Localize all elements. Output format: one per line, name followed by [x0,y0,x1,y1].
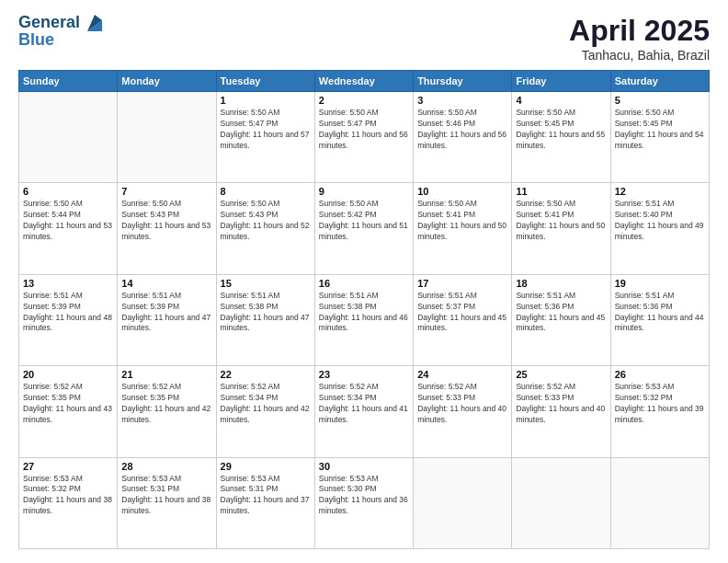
day-info-line: Sunset: 5:42 PM [319,210,409,221]
day-info-line: Sunset: 5:40 PM [615,210,705,221]
day-info-line: Sunset: 5:45 PM [516,119,606,130]
col-thursday: Thursday [414,71,512,92]
logo-blue: Blue [18,30,102,50]
day-info: Sunrise: 5:50 AMSunset: 5:43 PMDaylight:… [121,199,211,243]
calendar-week-row-5: 27Sunrise: 5:53 AMSunset: 5:32 PMDayligh… [19,457,710,548]
day-info-line: Sunrise: 5:51 AM [319,291,409,302]
day-info-line: Daylight: 11 hours and 56 minutes. [319,130,409,152]
day-number: 10 [417,186,507,197]
day-info-line: Sunset: 5:34 PM [221,393,311,404]
day-info: Sunrise: 5:53 AMSunset: 5:31 PMDaylight:… [121,474,211,518]
calendar-body: 1Sunrise: 5:50 AMSunset: 5:47 PMDaylight… [19,92,710,549]
day-info: Sunrise: 5:51 AMSunset: 5:39 PMDaylight:… [121,291,211,335]
calendar-cell: 15Sunrise: 5:51 AMSunset: 5:38 PMDayligh… [216,274,314,365]
month-title: April 2025 [569,14,710,48]
day-info: Sunrise: 5:52 AMSunset: 5:33 PMDaylight:… [417,382,507,426]
day-info: Sunrise: 5:52 AMSunset: 5:33 PMDaylight:… [516,382,606,426]
day-info-line: Daylight: 11 hours and 42 minutes. [221,404,311,426]
day-info-line: Sunrise: 5:52 AM [417,382,507,393]
calendar-cell: 29Sunrise: 5:53 AMSunset: 5:31 PMDayligh… [216,457,314,548]
day-info: Sunrise: 5:51 AMSunset: 5:36 PMDaylight:… [615,291,705,335]
day-info-line: Sunrise: 5:50 AM [417,108,507,119]
day-number: 28 [121,461,211,472]
day-info-line: Sunset: 5:41 PM [417,210,507,221]
header: General Blue April 2025 Tanhacu, Bahia, … [18,14,710,63]
day-info-line: Sunrise: 5:50 AM [417,199,507,210]
calendar-cell [610,457,709,548]
calendar-cell: 26Sunrise: 5:53 AMSunset: 5:32 PMDayligh… [610,366,709,457]
day-number: 6 [23,186,113,197]
calendar-header-row: Sunday Monday Tuesday Wednesday Thursday… [19,71,710,92]
day-info: Sunrise: 5:53 AMSunset: 5:32 PMDaylight:… [615,382,705,426]
day-number: 26 [615,369,705,380]
day-info-line: Daylight: 11 hours and 46 minutes. [319,313,409,335]
day-info-line: Daylight: 11 hours and 38 minutes. [23,495,113,517]
calendar-cell: 28Sunrise: 5:53 AMSunset: 5:31 PMDayligh… [118,457,216,548]
day-info: Sunrise: 5:51 AMSunset: 5:36 PMDaylight:… [516,291,606,335]
calendar-cell [118,92,216,183]
day-info-line: Daylight: 11 hours and 47 minutes. [121,313,211,335]
day-number: 12 [615,186,705,197]
day-number: 29 [221,461,311,472]
day-info-line: Sunset: 5:37 PM [417,302,507,313]
day-number: 22 [221,369,311,380]
day-info-line: Sunrise: 5:53 AM [23,474,113,485]
day-info-line: Sunset: 5:30 PM [319,484,409,495]
day-info-line: Sunset: 5:41 PM [516,210,606,221]
day-info-line: Daylight: 11 hours and 41 minutes. [319,404,409,426]
calendar-week-row-4: 20Sunrise: 5:52 AMSunset: 5:35 PMDayligh… [19,366,710,457]
day-info-line: Daylight: 11 hours and 39 minutes. [615,404,705,426]
calendar-week-row-3: 13Sunrise: 5:51 AMSunset: 5:39 PMDayligh… [19,274,710,365]
day-info: Sunrise: 5:53 AMSunset: 5:31 PMDaylight:… [221,474,311,518]
day-info-line: Daylight: 11 hours and 37 minutes. [221,495,311,517]
day-info: Sunrise: 5:50 AMSunset: 5:44 PMDaylight:… [23,199,113,243]
day-info-line: Sunset: 5:38 PM [221,302,311,313]
day-info-line: Daylight: 11 hours and 52 minutes. [221,221,311,243]
calendar-cell: 23Sunrise: 5:52 AMSunset: 5:34 PMDayligh… [314,366,413,457]
day-info-line: Daylight: 11 hours and 53 minutes. [23,221,113,243]
col-saturday: Saturday [610,71,709,92]
location-subtitle: Tanhacu, Bahia, Brazil [569,48,710,63]
day-info-line: Sunrise: 5:50 AM [516,199,606,210]
calendar-cell: 22Sunrise: 5:52 AMSunset: 5:34 PMDayligh… [216,366,314,457]
day-info-line: Sunset: 5:36 PM [615,302,705,313]
day-info-line: Sunset: 5:31 PM [221,484,311,495]
day-info-line: Sunrise: 5:50 AM [516,108,606,119]
day-info: Sunrise: 5:50 AMSunset: 5:41 PMDaylight:… [516,199,606,243]
day-info-line: Daylight: 11 hours and 44 minutes. [615,313,705,335]
day-info-line: Sunrise: 5:52 AM [516,382,606,393]
day-info: Sunrise: 5:50 AMSunset: 5:41 PMDaylight:… [417,199,507,243]
day-info-line: Daylight: 11 hours and 45 minutes. [417,313,507,335]
day-number: 14 [121,278,211,289]
day-number: 25 [516,369,606,380]
day-info-line: Sunset: 5:33 PM [516,393,606,404]
day-number: 2 [319,95,409,106]
day-number: 21 [121,369,211,380]
day-info-line: Sunrise: 5:51 AM [615,199,705,210]
day-info: Sunrise: 5:51 AMSunset: 5:38 PMDaylight:… [221,291,311,335]
calendar-week-row-1: 1Sunrise: 5:50 AMSunset: 5:47 PMDaylight… [19,92,710,183]
day-info: Sunrise: 5:53 AMSunset: 5:30 PMDaylight:… [319,474,409,518]
day-info-line: Daylight: 11 hours and 50 minutes. [417,221,507,243]
day-info: Sunrise: 5:52 AMSunset: 5:35 PMDaylight:… [23,382,113,426]
calendar-table: Sunday Monday Tuesday Wednesday Thursday… [18,70,710,549]
day-info-line: Sunrise: 5:50 AM [221,108,311,119]
day-info: Sunrise: 5:52 AMSunset: 5:35 PMDaylight:… [121,382,211,426]
day-number: 5 [615,95,705,106]
day-info-line: Sunset: 5:44 PM [23,210,113,221]
calendar-cell [512,457,610,548]
day-info: Sunrise: 5:50 AMSunset: 5:45 PMDaylight:… [516,108,606,152]
calendar-cell: 11Sunrise: 5:50 AMSunset: 5:41 PMDayligh… [512,183,610,274]
day-info-line: Sunset: 5:39 PM [23,302,113,313]
calendar-cell: 14Sunrise: 5:51 AMSunset: 5:39 PMDayligh… [118,274,216,365]
day-info-line: Daylight: 11 hours and 47 minutes. [221,313,311,335]
day-info-line: Daylight: 11 hours and 40 minutes. [516,404,606,426]
day-info-line: Daylight: 11 hours and 48 minutes. [23,313,113,335]
calendar-cell: 6Sunrise: 5:50 AMSunset: 5:44 PMDaylight… [19,183,118,274]
day-number: 23 [319,369,409,380]
col-tuesday: Tuesday [216,71,314,92]
day-number: 17 [417,278,507,289]
day-info-line: Sunrise: 5:51 AM [417,291,507,302]
day-number: 19 [615,278,705,289]
day-info-line: Sunrise: 5:53 AM [319,474,409,485]
